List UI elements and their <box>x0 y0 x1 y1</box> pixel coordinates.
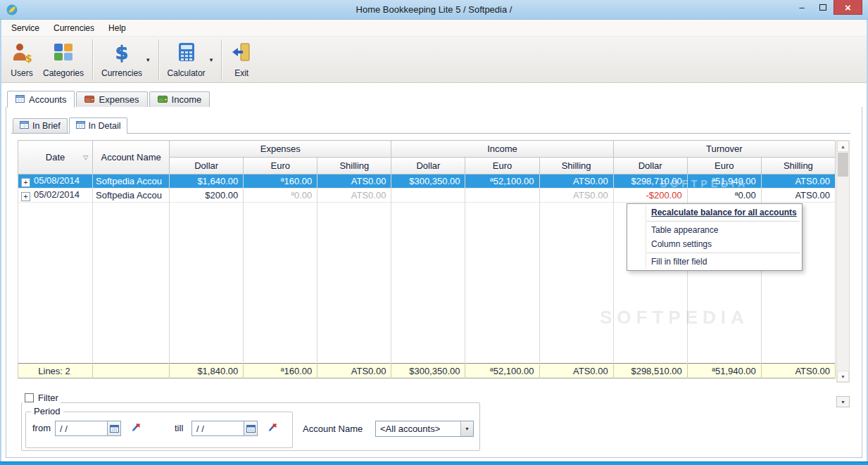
chevron-down-icon[interactable]: ▾ <box>146 56 150 63</box>
account-name-selected-value: <All accounts> <box>376 423 460 434</box>
menu-item-column-settings[interactable]: Column settings <box>627 237 802 251</box>
till-label: till <box>175 423 183 433</box>
clear-date-button[interactable] <box>268 422 279 433</box>
income-shilling-cell[interactable]: ATS0.00 <box>539 174 613 189</box>
group-header-income[interactable]: Income <box>391 141 613 158</box>
categories-button[interactable]: Categories <box>38 39 89 79</box>
turnover-shilling-cell[interactable]: ATS0.00 <box>761 174 835 189</box>
tab-accounts[interactable]: Accounts <box>7 91 75 108</box>
table-row[interactable]: +05/02/2014 Softpedia Accou $200.00 ª0.0… <box>18 189 836 203</box>
exit-icon <box>230 41 253 66</box>
exit-button[interactable]: Exit <box>225 39 258 79</box>
chevron-down-icon[interactable]: ▾ <box>210 56 213 63</box>
menu-item-recalculate-balance[interactable]: Recalculate balance for all accounts <box>627 205 802 219</box>
col-header-expenses-euro[interactable]: Euro <box>244 158 317 174</box>
tab-income[interactable]: Income <box>149 91 210 107</box>
turnover-euro-cell[interactable]: ª0.00 <box>687 189 761 203</box>
expenses-shilling-cell[interactable]: ATS0.00 <box>317 174 391 189</box>
menu-separator <box>647 221 800 222</box>
categories-icon <box>52 41 75 66</box>
clear-date-icon <box>268 422 278 433</box>
col-header-income-dollar[interactable]: Dollar <box>391 158 465 174</box>
account-name-select[interactable]: <All accounts> ▼ <box>375 421 474 437</box>
users-button[interactable]: $ Users <box>6 39 38 79</box>
col-header-turnover-shilling[interactable]: Shilling <box>761 158 835 174</box>
date-till-input[interactable]: / / <box>191 421 258 436</box>
column-header-date[interactable]: Date ▽ <box>18 141 93 174</box>
date-from-input[interactable]: / / <box>55 421 121 436</box>
expenses-dollar-cell[interactable]: $1,640.00 <box>170 174 244 189</box>
income-euro-cell[interactable] <box>465 189 539 203</box>
col-header-expenses-dollar[interactable]: Dollar <box>170 158 244 174</box>
turnover-euro-cell[interactable]: ª51,940.00 <box>687 174 761 189</box>
panel-scroll-down-button[interactable]: ▼ <box>836 396 850 407</box>
menu-item-table-appearance[interactable]: Table appearance <box>627 223 802 237</box>
date-cell[interactable]: +05/08/2014 <box>18 174 93 189</box>
tab-expenses[interactable]: Expenses <box>76 91 147 107</box>
close-button[interactable]: × <box>834 0 862 15</box>
expenses-euro-cell[interactable]: ª160.00 <box>244 174 317 189</box>
col-header-turnover-euro[interactable]: Euro <box>687 158 761 174</box>
expenses-shilling-cell[interactable]: ATS0.00 <box>317 189 391 203</box>
window-border <box>0 20 1 461</box>
column-header-account-name[interactable]: Account Name <box>93 141 170 174</box>
date-from-value[interactable]: / / <box>56 423 107 434</box>
calendar-picker-button[interactable] <box>244 421 257 435</box>
col-header-turnover-dollar[interactable]: Dollar <box>613 158 687 174</box>
menu-currencies[interactable]: Currencies <box>46 20 101 37</box>
turnover-shilling-cell[interactable]: ATS0.00 <box>761 189 835 203</box>
calculator-button[interactable]: Calculator ▾ <box>163 39 218 79</box>
col-header-expenses-shilling[interactable]: Shilling <box>317 158 391 174</box>
menu-help[interactable]: Help <box>101 20 133 37</box>
sort-desc-icon[interactable]: ▽ <box>83 154 88 161</box>
maximize-button[interactable] <box>812 0 834 15</box>
table-row-selected[interactable]: +05/08/2014 Softpedia Accou $1,640.00 ª1… <box>18 174 836 189</box>
date-cell[interactable]: +05/02/2014 <box>18 189 93 203</box>
menu-service[interactable]: Service <box>4 20 46 37</box>
expand-row-button[interactable]: + <box>21 192 30 201</box>
filter-checkbox[interactable] <box>25 393 34 402</box>
total-income-shilling: ATS0.00 <box>539 364 613 378</box>
vertical-scrollbar[interactable]: ▲ ▼ <box>836 140 850 383</box>
income-icon <box>158 94 168 106</box>
col-header-income-euro[interactable]: Euro <box>465 158 539 174</box>
menubar: Service Currencies Help <box>0 20 868 37</box>
categories-button-label: Categories <box>43 68 84 78</box>
income-shilling-cell[interactable]: ATS0.00 <box>539 189 613 203</box>
clear-date-button[interactable] <box>131 422 142 433</box>
income-euro-cell[interactable]: ª52,100.00 <box>465 174 539 189</box>
account-cell[interactable]: Softpedia Accou <box>93 174 170 189</box>
from-label: from <box>32 423 51 433</box>
maximize-icon <box>819 4 826 11</box>
income-dollar-cell[interactable] <box>391 189 465 203</box>
scroll-down-button[interactable]: ▼ <box>837 371 849 382</box>
toolbar: $ Users Categories $ Currencies ▾ <box>0 37 868 83</box>
tab-in-brief[interactable]: In Brief <box>13 118 68 133</box>
lines-count: Lines: 2 <box>18 364 93 378</box>
expenses-dollar-cell[interactable]: $200.00 <box>170 189 244 203</box>
expand-row-button[interactable]: + <box>21 178 30 187</box>
group-header-turnover[interactable]: Turnover <box>613 141 835 158</box>
account-cell[interactable]: Softpedia Accou <box>93 189 170 203</box>
exit-button-label: Exit <box>234 68 249 78</box>
total-income-euro: ª52,100.00 <box>465 364 539 378</box>
calendar-picker-button[interactable] <box>107 421 120 435</box>
scrollbar-thumb[interactable] <box>838 153 848 177</box>
filter-toggle[interactable]: Filter <box>23 393 61 403</box>
chevron-down-icon[interactable]: ▼ <box>460 421 473 436</box>
accounts-icon <box>15 94 25 106</box>
context-menu: Recalculate balance for all accounts Tab… <box>627 203 803 271</box>
date-value: 05/02/2014 <box>34 189 80 200</box>
date-till-value[interactable]: / / <box>192 423 244 434</box>
scroll-up-button[interactable]: ▲ <box>837 141 849 152</box>
currencies-button[interactable]: $ Currencies ▾ <box>96 39 155 79</box>
menu-item-fill-in-filter-field[interactable]: Fill in filter field <box>627 255 802 269</box>
minimize-button[interactable]: – <box>791 0 812 15</box>
income-dollar-cell[interactable]: $300,350.00 <box>391 174 465 189</box>
col-header-income-shilling[interactable]: Shilling <box>539 158 613 174</box>
group-header-expenses[interactable]: Expenses <box>170 141 391 158</box>
tab-in-detail[interactable]: In Detail <box>69 117 128 134</box>
expenses-euro-cell[interactable]: ª0.00 <box>244 189 317 203</box>
turnover-dollar-cell[interactable]: $298,710.00 <box>613 174 687 189</box>
turnover-dollar-cell[interactable]: -$200.00 <box>613 189 687 203</box>
